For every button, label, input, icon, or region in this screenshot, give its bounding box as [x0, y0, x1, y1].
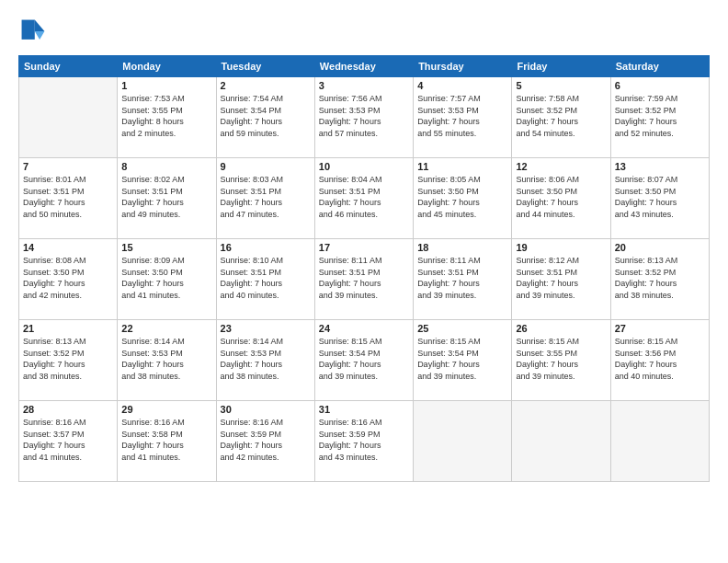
- cell-info-line: Daylight: 8 hours: [121, 116, 211, 128]
- cell-info-line: Daylight: 7 hours: [516, 278, 606, 290]
- cell-info-line: Sunrise: 8:06 AM: [516, 174, 606, 186]
- cell-info-line: Daylight: 7 hours: [121, 197, 211, 209]
- cell-info-line: Sunset: 3:52 PM: [615, 267, 705, 279]
- cell-info-line: Sunset: 3:51 PM: [417, 267, 507, 279]
- day-number: 20: [615, 242, 705, 253]
- cell-info-line: Sunset: 3:50 PM: [615, 186, 705, 198]
- cell-info-line: Sunrise: 8:16 AM: [121, 417, 211, 429]
- calendar-cell: [512, 401, 610, 482]
- day-number: 23: [221, 323, 311, 334]
- calendar-cell: 2Sunrise: 7:54 AMSunset: 3:54 PMDaylight…: [216, 77, 314, 158]
- cell-info-line: and 39 minutes.: [319, 371, 409, 383]
- cell-info-line: Sunset: 3:55 PM: [516, 348, 606, 360]
- cell-info-line: Daylight: 7 hours: [23, 197, 113, 209]
- logo-icon: [18, 17, 48, 46]
- cell-info-line: Sunrise: 8:09 AM: [121, 255, 211, 267]
- day-number: 11: [417, 161, 507, 172]
- cell-info-line: Daylight: 7 hours: [23, 278, 113, 290]
- cell-info-line: Sunset: 3:53 PM: [221, 348, 311, 360]
- cell-info-line: Sunset: 3:53 PM: [417, 105, 507, 117]
- cell-info-line: and 52 minutes.: [615, 128, 705, 140]
- cell-info-line: and 2 minutes.: [121, 128, 211, 140]
- cell-info-line: and 38 minutes.: [221, 371, 311, 383]
- calendar-cell: 17Sunrise: 8:11 AMSunset: 3:51 PMDayligh…: [314, 239, 413, 320]
- cell-info-line: Sunrise: 8:15 AM: [516, 336, 606, 348]
- calendar-cell: 4Sunrise: 7:57 AMSunset: 3:53 PMDaylight…: [414, 77, 512, 158]
- day-number: 15: [121, 242, 211, 253]
- cell-info-line: and 38 minutes.: [615, 290, 705, 302]
- day-number: 28: [23, 404, 113, 415]
- day-number: 16: [221, 242, 311, 253]
- calendar-cell: [19, 77, 118, 158]
- cell-info-line: Sunrise: 8:16 AM: [23, 417, 113, 429]
- cell-info-line: Sunset: 3:51 PM: [121, 186, 211, 198]
- weekday-header: Sunday: [19, 56, 118, 77]
- cell-info-line: and 49 minutes.: [121, 209, 211, 221]
- cell-info-line: Sunset: 3:52 PM: [516, 105, 606, 117]
- day-number: 13: [615, 161, 705, 172]
- cell-info-line: Sunset: 3:51 PM: [23, 186, 113, 198]
- cell-info-line: Sunset: 3:52 PM: [23, 348, 113, 360]
- weekday-header: Tuesday: [216, 56, 314, 77]
- cell-info-line: Sunset: 3:50 PM: [23, 267, 113, 279]
- calendar-cell: 23Sunrise: 8:14 AMSunset: 3:53 PMDayligh…: [216, 320, 314, 401]
- cell-info-line: Sunrise: 8:07 AM: [615, 174, 705, 186]
- calendar-cell: 3Sunrise: 7:56 AMSunset: 3:53 PMDaylight…: [314, 77, 413, 158]
- cell-info-line: Sunset: 3:51 PM: [516, 267, 606, 279]
- cell-info-line: Daylight: 7 hours: [615, 116, 705, 128]
- day-number: 3: [319, 80, 409, 91]
- day-number: 9: [221, 161, 311, 172]
- cell-info-line: Sunset: 3:53 PM: [121, 348, 211, 360]
- cell-info-line: and 59 minutes.: [221, 128, 311, 140]
- cell-info-line: Sunrise: 8:13 AM: [615, 255, 705, 267]
- cell-info-line: Sunset: 3:54 PM: [319, 348, 409, 360]
- cell-info-line: Sunset: 3:51 PM: [319, 267, 409, 279]
- cell-info-line: Daylight: 7 hours: [221, 440, 311, 452]
- cell-info-line: and 39 minutes.: [516, 290, 606, 302]
- cell-info-line: Daylight: 7 hours: [516, 359, 606, 371]
- calendar-cell: 28Sunrise: 8:16 AMSunset: 3:57 PMDayligh…: [19, 401, 118, 482]
- cell-info-line: Daylight: 7 hours: [417, 359, 507, 371]
- day-number: 10: [319, 161, 409, 172]
- cell-info-line: Sunset: 3:54 PM: [417, 348, 507, 360]
- cell-info-line: and 47 minutes.: [221, 209, 311, 221]
- cell-info-line: Daylight: 7 hours: [23, 359, 113, 371]
- cell-info-line: and 39 minutes.: [417, 371, 507, 383]
- cell-info-line: Sunrise: 8:08 AM: [23, 255, 113, 267]
- cell-info-line: Daylight: 7 hours: [615, 278, 705, 290]
- cell-info-line: Daylight: 7 hours: [319, 197, 409, 209]
- cell-info-line: Daylight: 7 hours: [417, 116, 507, 128]
- cell-info-line: and 39 minutes.: [319, 290, 409, 302]
- cell-info-line: Sunrise: 8:16 AM: [221, 417, 311, 429]
- cell-info-line: and 38 minutes.: [23, 371, 113, 383]
- cell-info-line: Sunrise: 8:12 AM: [516, 255, 606, 267]
- cell-info-line: Sunrise: 8:01 AM: [23, 174, 113, 186]
- cell-info-line: Daylight: 7 hours: [417, 278, 507, 290]
- cell-info-line: and 43 minutes.: [615, 209, 705, 221]
- cell-info-line: Daylight: 7 hours: [319, 278, 409, 290]
- cell-info-line: and 45 minutes.: [417, 209, 507, 221]
- calendar-cell: 29Sunrise: 8:16 AMSunset: 3:58 PMDayligh…: [118, 401, 216, 482]
- cell-info-line: Sunset: 3:57 PM: [23, 429, 113, 441]
- svg-marker-1: [35, 31, 45, 40]
- day-number: 19: [516, 242, 606, 253]
- cell-info-line: Sunrise: 8:02 AM: [121, 174, 211, 186]
- day-number: 24: [319, 323, 409, 334]
- cell-info-line: Daylight: 7 hours: [221, 359, 311, 371]
- day-number: 8: [121, 161, 211, 172]
- cell-info-line: Sunset: 3:54 PM: [221, 105, 311, 117]
- calendar-cell: 19Sunrise: 8:12 AMSunset: 3:51 PMDayligh…: [512, 239, 610, 320]
- calendar-cell: [610, 401, 709, 482]
- cell-info-line: Sunrise: 8:05 AM: [417, 174, 507, 186]
- svg-rect-2: [22, 20, 35, 40]
- weekday-header: Wednesday: [314, 56, 413, 77]
- cell-info-line: Sunrise: 8:14 AM: [221, 336, 311, 348]
- cell-info-line: Daylight: 7 hours: [23, 440, 113, 452]
- calendar-cell: 8Sunrise: 8:02 AMSunset: 3:51 PMDaylight…: [118, 158, 216, 239]
- cell-info-line: and 44 minutes.: [516, 209, 606, 221]
- day-number: 18: [417, 242, 507, 253]
- calendar-week-row: 14Sunrise: 8:08 AMSunset: 3:50 PMDayligh…: [19, 239, 710, 320]
- cell-info-line: Sunset: 3:50 PM: [516, 186, 606, 198]
- cell-info-line: and 43 minutes.: [319, 452, 409, 464]
- cell-info-line: and 46 minutes.: [319, 209, 409, 221]
